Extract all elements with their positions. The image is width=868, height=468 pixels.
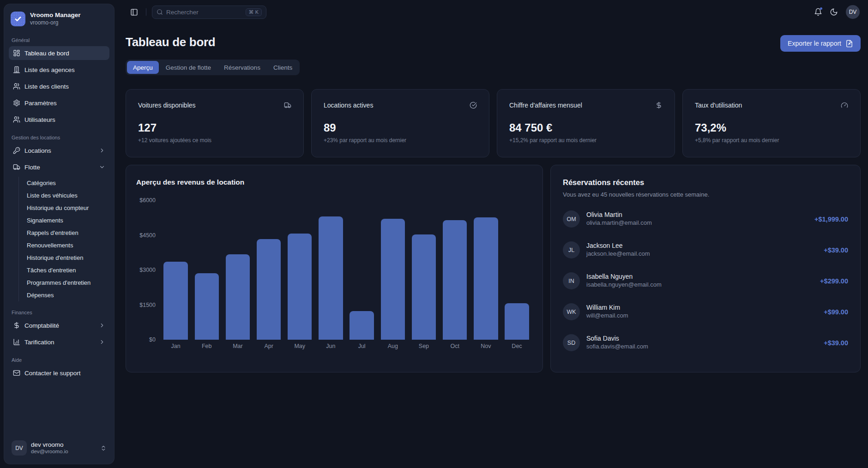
topbar-avatar[interactable]: DV	[846, 5, 860, 19]
sidebar-subitem-liste-des-vehicules[interactable]: Liste des véhicules	[27, 189, 109, 202]
x-axis-label: Aug	[377, 343, 408, 349]
sidebar-subitem-rappels-d-entretien[interactable]: Rappels d'entretien	[27, 227, 109, 239]
gauge-icon	[841, 102, 848, 109]
theme-toggle-button[interactable]	[827, 6, 840, 18]
avatar: WK	[563, 303, 580, 320]
sidebar: Vroomo Manager vroomo-org GénéralTableau…	[4, 4, 115, 464]
chart-bar-nov	[474, 217, 498, 340]
sidebar-item-liste-des-agences[interactable]: Liste des agences	[9, 63, 109, 77]
stat-note: +23% par rapport au mois dernier	[324, 137, 477, 144]
sidebar-subitem-programmes-d-entretien[interactable]: Programmes d'entretien	[27, 276, 109, 289]
chart-bar-slot	[346, 311, 377, 340]
sidebar-subitem-depenses[interactable]: Dépenses	[27, 289, 109, 301]
search-box[interactable]: ⌘ K	[152, 6, 266, 19]
reservation-email: olivia.martin@email.com	[586, 219, 652, 227]
sidebar-item-flotte[interactable]: Flotte	[9, 160, 109, 174]
stat-card-taux-d-utilisation: Taux d'utilisation73,2%+5,8% par rapport…	[682, 89, 861, 157]
tab-apercu[interactable]: Aperçu	[127, 61, 159, 74]
revenue-bar-chart: $6000$4500$3000$1500$0 JanFebMarAprMayJu…	[136, 200, 532, 349]
sidebar-nav: GénéralTableau de bordListe des agencesL…	[4, 31, 114, 435]
x-axis-label: Oct	[440, 343, 470, 349]
sidebar-item-label: Liste des clients	[24, 83, 69, 90]
chart-bar-slot	[377, 219, 408, 340]
stat-value: 127	[138, 121, 291, 134]
sidebar-subitem-categories[interactable]: Catégories	[27, 177, 109, 189]
avatar: SD	[563, 334, 580, 351]
sidebar-item-label: Liste des agences	[24, 66, 75, 73]
users-icon	[13, 116, 20, 123]
user-menu[interactable]: DV dev vroomo dev@vroomo.io	[10, 438, 108, 457]
chart-bar-aug	[381, 219, 405, 340]
app-name: Vroomo Manager	[30, 12, 81, 19]
x-axis-label: Jul	[346, 343, 377, 349]
stat-title: Locations actives	[324, 102, 373, 109]
sidebar-header[interactable]: Vroomo Manager vroomo-org	[4, 4, 114, 31]
truck-icon	[13, 163, 20, 171]
tab-gestion-de-flotte[interactable]: Gestion de flotte	[160, 61, 217, 74]
tab-reservations[interactable]: Réservations	[218, 61, 266, 74]
chart-bar-slot	[222, 254, 253, 340]
x-axis-label: Jan	[160, 343, 191, 349]
dashboard-icon	[13, 49, 20, 57]
sidebar-subitem-renouvellements[interactable]: Renouvellements	[27, 239, 109, 252]
reservation-amount: +$99.00	[824, 308, 848, 316]
key-icon	[13, 147, 20, 154]
sidebar-subitem-signalements[interactable]: Signalements	[27, 214, 109, 227]
chart-title: Aperçu des revenus de location	[136, 178, 532, 186]
y-axis-tick: $4500	[139, 232, 156, 239]
building-icon	[13, 66, 20, 73]
sidebar-item-parametres[interactable]: Paramètres	[9, 96, 109, 110]
sidebar-item-liste-des-clients[interactable]: Liste des clients	[9, 79, 109, 93]
stat-note: +12 voitures ajoutées ce mois	[138, 137, 291, 144]
export-report-button[interactable]: Exporter le rapport	[780, 35, 861, 52]
main-area: ⌘ K DV Tableau de bord Exporter le rappo…	[118, 0, 868, 468]
stat-title: Chiffre d'affaires mensuel	[509, 102, 582, 109]
sidebar-item-comptabilite[interactable]: Comptabilité	[9, 318, 109, 332]
stat-value: 89	[324, 121, 477, 134]
chart-bar-slot	[253, 239, 284, 340]
sidebar-subitem-taches-d-entretien[interactable]: Tâches d'entretien	[27, 264, 109, 276]
reservation-amount: +$299.00	[820, 277, 848, 285]
notifications-button[interactable]	[812, 6, 825, 18]
stat-card-header: Locations actives	[324, 102, 477, 109]
sidebar-item-locations[interactable]: Locations	[9, 144, 109, 157]
stat-title: Taux d'utilisation	[695, 102, 742, 109]
x-axis-label: Nov	[470, 343, 501, 349]
y-axis-tick: $1500	[139, 302, 156, 308]
reservation-name: William Kim	[586, 304, 628, 312]
search-input[interactable]	[166, 9, 242, 16]
mail-icon	[13, 369, 20, 377]
reservations-list: OMOlivia Martinolivia.martin@email.com+$…	[563, 210, 848, 351]
sidebar-section-label: Aide	[9, 352, 109, 366]
sidebar-subitem-historique-d-entretien[interactable]: Historique d'entretien	[27, 252, 109, 264]
x-axis-label: Sep	[408, 343, 439, 349]
sidebar-item-label: Flotte	[24, 164, 40, 171]
reservations-subtitle: Vous avez eu 45 nouvelles réservations c…	[563, 191, 848, 198]
user-email: dev@vroomo.io	[31, 449, 68, 455]
sidebar-item-label: Contacter le support	[24, 370, 81, 377]
sidebar-item-tableau-de-bord[interactable]: Tableau de bord	[9, 46, 109, 60]
chart-bar-slot	[191, 273, 222, 340]
sidebar-item-tarification[interactable]: Tarification	[9, 335, 109, 349]
reservation-name: Sofia Davis	[586, 335, 648, 343]
chart-bar-slot	[470, 217, 501, 340]
chevron-right-icon	[99, 339, 105, 345]
chart-bar-may	[288, 234, 312, 340]
reservation-name: Jackson Lee	[586, 242, 650, 250]
chart-bar-slot	[160, 262, 191, 340]
tab-clients[interactable]: Clients	[267, 61, 298, 74]
reservation-row-isabella-nguyen: INIsabella Nguyenisabella.nguyen@email.c…	[563, 272, 848, 289]
sidebar-item-contacter-le-support[interactable]: Contacter le support	[9, 366, 109, 380]
sidebar-item-utilisateurs[interactable]: Utilisateurs	[9, 113, 109, 126]
stat-note: +5,8% par rapport au mois dernier	[695, 137, 848, 144]
reservation-row-olivia-martin: OMOlivia Martinolivia.martin@email.com+$…	[563, 210, 848, 228]
x-axis-label: Dec	[501, 343, 532, 349]
reservation-email: will@email.com	[586, 312, 628, 320]
chart-bar-apr	[257, 239, 281, 340]
y-axis-tick: $6000	[139, 197, 156, 204]
sidebar-toggle-button[interactable]	[127, 6, 140, 18]
reservation-amount: +$1,999.00	[814, 216, 848, 223]
chart-y-axis: $6000$4500$3000$1500$0	[136, 200, 157, 340]
sidebar-subitem-historique-du-compteur[interactable]: Historique du compteur	[27, 202, 109, 214]
stat-value: 84 750 €	[509, 121, 663, 134]
